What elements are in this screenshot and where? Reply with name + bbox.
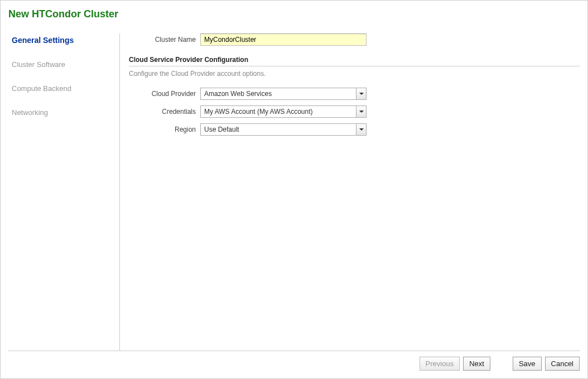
body-area: General Settings Cluster Software Comput…: [8, 25, 580, 351]
page-title: New HTCondor Cluster: [8, 8, 580, 20]
row-cluster-name: Cluster Name: [129, 33, 580, 46]
sidebar-item-label: Networking: [12, 108, 48, 117]
sidebar-item-label: General Settings: [12, 36, 74, 45]
row-credentials: Credentials My AWS Account (My AWS Accou…: [129, 105, 580, 118]
credentials-select[interactable]: My AWS Account (My AWS Account): [200, 105, 367, 118]
wizard-container: New HTCondor Cluster General Settings Cl…: [0, 0, 588, 379]
region-select[interactable]: Use Default: [200, 123, 367, 136]
save-button[interactable]: Save: [513, 357, 542, 371]
chevron-down-icon: [359, 128, 364, 131]
credentials-value: My AWS Account (My AWS Account): [201, 106, 356, 117]
credentials-dropdown-button[interactable]: [356, 106, 366, 117]
section-description: Configure the Cloud Provider account opt…: [129, 70, 580, 78]
region-value: Use Default: [201, 124, 356, 135]
footer: Previous Next Save Cancel: [8, 351, 580, 371]
row-cloud-provider: Cloud Provider Amazon Web Services: [129, 88, 580, 100]
row-region: Region Use Default: [129, 123, 580, 136]
sidebar-item-general-settings[interactable]: General Settings: [12, 33, 115, 55]
sidebar-item-networking[interactable]: Networking: [12, 103, 115, 127]
label-cloud-provider: Cloud Provider: [129, 90, 200, 98]
spacer: [494, 357, 509, 371]
sidebar-item-label: Compute Backend: [12, 84, 71, 93]
chevron-down-icon: [359, 111, 364, 113]
cloud-provider-value: Amazon Web Services: [201, 88, 356, 99]
cancel-button[interactable]: Cancel: [545, 357, 580, 371]
label-credentials: Credentials: [129, 108, 200, 116]
cloud-provider-dropdown-button[interactable]: [356, 88, 366, 99]
main-panel: Cluster Name Cloud Service Provider Conf…: [120, 33, 580, 351]
sidebar-item-compute-backend[interactable]: Compute Backend: [12, 79, 115, 103]
section-heading: Cloud Service Provider Configuration: [129, 56, 580, 66]
sidebar: General Settings Cluster Software Comput…: [8, 33, 120, 351]
label-cluster-name: Cluster Name: [129, 36, 200, 44]
cluster-name-input[interactable]: [200, 33, 367, 46]
chevron-down-icon: [359, 93, 364, 95]
next-button[interactable]: Next: [463, 357, 490, 371]
label-region: Region: [129, 126, 200, 133]
region-dropdown-button[interactable]: [356, 124, 366, 135]
sidebar-item-cluster-software[interactable]: Cluster Software: [12, 55, 115, 79]
previous-button: Previous: [420, 357, 460, 371]
sidebar-item-label: Cluster Software: [12, 60, 65, 69]
cloud-provider-select[interactable]: Amazon Web Services: [200, 88, 367, 100]
